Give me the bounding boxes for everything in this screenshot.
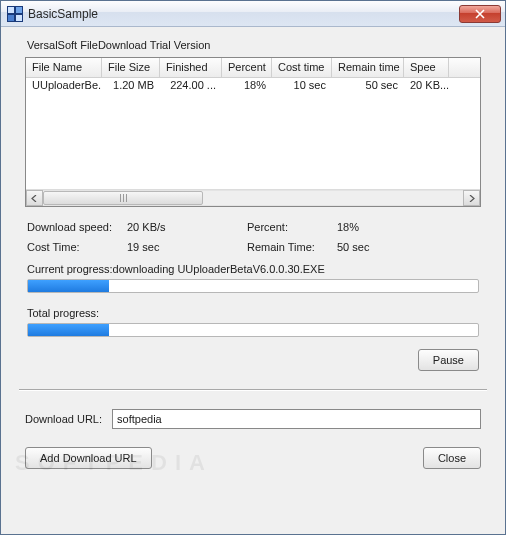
app-icon [7, 6, 23, 22]
cell-cost-time: 10 sec [272, 78, 332, 94]
th-file-name[interactable]: File Name [26, 58, 102, 77]
scroll-right-button[interactable] [463, 190, 480, 206]
cell-percent: 18% [222, 78, 272, 94]
scroll-track[interactable] [43, 190, 463, 206]
titlebar[interactable]: BasicSample [1, 1, 505, 27]
chevron-left-icon [31, 195, 38, 202]
content-area: VersalSoft FileDownload Trial Version Fi… [1, 27, 505, 534]
download-table: File Name File Size Finished Percent Cos… [25, 57, 481, 207]
download-url-input[interactable] [112, 409, 481, 429]
th-cost-time[interactable]: Cost time [272, 58, 332, 77]
th-finished[interactable]: Finished [160, 58, 222, 77]
cell-file-name: UUploaderBe... [26, 78, 102, 94]
table-row[interactable]: UUploaderBe... 1.20 MB 224.00 ... 18% 10… [26, 78, 480, 94]
th-speed[interactable]: Spee [404, 58, 449, 77]
close-icon [475, 9, 485, 19]
th-percent[interactable]: Percent [222, 58, 272, 77]
total-progress-bar [27, 323, 479, 337]
download-speed-label: Download speed: [27, 221, 127, 233]
close-button[interactable]: Close [423, 447, 481, 469]
cell-file-size: 1.20 MB [102, 78, 160, 94]
th-remain-time[interactable]: Remain time [332, 58, 404, 77]
stats-grid: Download speed: 20 KB/s Percent: 18% Cos… [27, 221, 479, 253]
total-progress-fill [28, 324, 109, 336]
current-progress-bar [27, 279, 479, 293]
th-file-size[interactable]: File Size [102, 58, 160, 77]
add-download-url-button[interactable]: Add Download URL [25, 447, 152, 469]
subtitle-text: VersalSoft FileDownload Trial Version [27, 39, 491, 51]
remain-time-label: Remain Time: [247, 241, 337, 253]
total-progress-label: Total progress: [27, 307, 479, 319]
chevron-right-icon [468, 195, 475, 202]
scroll-thumb[interactable] [43, 191, 203, 205]
remain-time-value: 50 sec [337, 241, 479, 253]
window-title: BasicSample [28, 7, 459, 21]
pause-button[interactable]: Pause [418, 349, 479, 371]
window-close-button[interactable] [459, 5, 501, 23]
section-divider [19, 389, 487, 391]
horizontal-scrollbar[interactable] [26, 189, 480, 206]
table-header: File Name File Size Finished Percent Cos… [26, 58, 480, 78]
cost-time-label: Cost Time: [27, 241, 127, 253]
cell-speed: 20 KB... [404, 78, 449, 94]
window: BasicSample VersalSoft FileDownload Tria… [0, 0, 506, 535]
download-url-label: Download URL: [25, 413, 102, 425]
scroll-left-button[interactable] [26, 190, 43, 206]
cell-finished: 224.00 ... [160, 78, 222, 94]
cost-time-value: 19 sec [127, 241, 247, 253]
current-progress-label: Current progress:downloading UUploaderBe… [27, 263, 479, 275]
percent-value: 18% [337, 221, 479, 233]
table-body: UUploaderBe... 1.20 MB 224.00 ... 18% 10… [26, 78, 480, 189]
download-speed-value: 20 KB/s [127, 221, 247, 233]
percent-label: Percent: [247, 221, 337, 233]
cell-remain-time: 50 sec [332, 78, 404, 94]
current-progress-fill [28, 280, 109, 292]
